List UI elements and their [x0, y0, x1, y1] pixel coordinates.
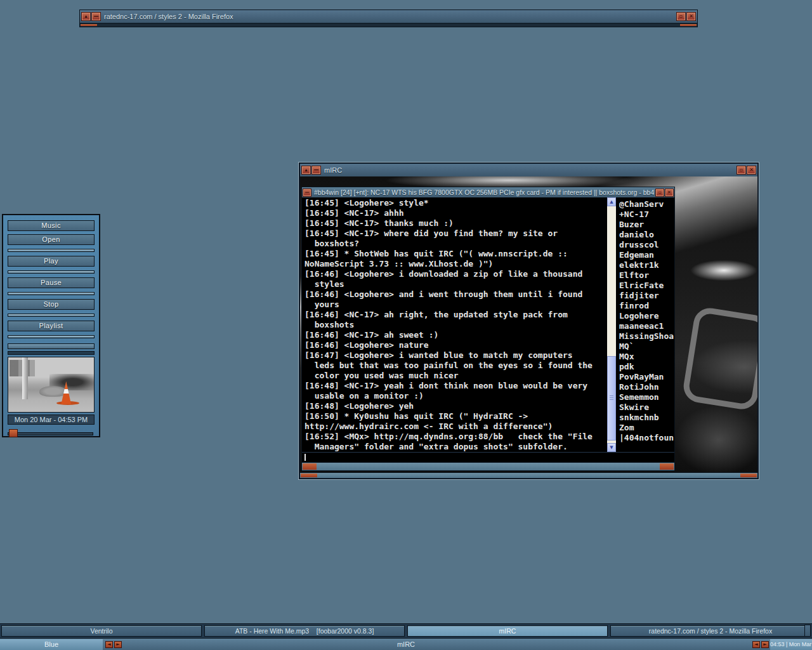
- resize-grip-right[interactable]: [680, 24, 697, 26]
- nick-item[interactable]: fidjiter: [619, 291, 674, 301]
- nick-item[interactable]: |404notfoun: [619, 433, 674, 443]
- nick-item[interactable]: Buzer: [619, 220, 674, 230]
- resize-grip-left[interactable]: [81, 24, 97, 26]
- scroll-up-button[interactable]: ▲: [607, 197, 616, 206]
- nick-item[interactable]: +NC-17: [619, 209, 674, 220]
- task-button[interactable]: ratednc-17.com / styles 2 - Mozilla Fire…: [610, 625, 811, 637]
- playlist-button[interactable]: Playlist: [8, 321, 95, 331]
- chat-line: [16:47] <Logohere> i wanted blue to matc…: [304, 350, 607, 361]
- photo-pole: [22, 357, 28, 399]
- chat-line: Managers" folder and "extra dopus shots"…: [304, 442, 607, 452]
- nick-item[interactable]: ElricFate: [619, 281, 674, 291]
- nick-item[interactable]: elektr1k: [619, 260, 674, 270]
- chat-line: [16:45] <NC-17> thanks much :): [304, 218, 607, 229]
- task-button-partial[interactable]: [804, 625, 811, 637]
- channel-title: #bb4win [24] [+nt]: NC-17 WTS his BFG 78…: [313, 189, 654, 196]
- nick-item[interactable]: maaneeac1: [619, 321, 674, 331]
- chat-line: [16:48] <NC-17> yeah i dont think neon b…: [304, 381, 607, 391]
- task-button[interactable]: ATB - Here With Me.mp3 [foobar2000 v0.8.…: [204, 625, 405, 637]
- nick-item[interactable]: drusscol: [619, 240, 674, 250]
- scroll-thumb[interactable]: [607, 356, 616, 441]
- close-button[interactable]: ✕: [665, 189, 673, 196]
- channel-bottom-bar[interactable]: [302, 462, 674, 470]
- hscroll-right-button[interactable]: [660, 463, 674, 470]
- nick-item[interactable]: finrod: [619, 301, 674, 311]
- nick-item[interactable]: PovRayMan: [619, 372, 674, 382]
- chat-line: [16:46] <NC-17> ah sweet :): [304, 330, 607, 340]
- open-button[interactable]: Open: [8, 234, 95, 245]
- nick-item[interactable]: Elftor: [619, 270, 674, 281]
- chat-line: usable on a monitor :): [304, 391, 607, 401]
- desktop: ▴ — ratednc-17.com / styles 2 - Mozilla …: [0, 0, 812, 650]
- nick-item[interactable]: danielo: [619, 230, 674, 240]
- chat-line: NoNameScript 3.73 :: www.XLhost.de )"): [304, 259, 607, 269]
- seek-bar[interactable]: [8, 343, 95, 349]
- nick-item[interactable]: pdk: [619, 362, 674, 372]
- nick-item[interactable]: MissingShoa: [619, 331, 674, 342]
- nick-list[interactable]: @ChanServ+NC-17BuzerdanielodrusscolEdgem…: [616, 197, 674, 452]
- window-bottom-border[interactable]: [79, 23, 698, 27]
- volume-bar[interactable]: [8, 351, 95, 355]
- mirc-bottom-bar[interactable]: [300, 472, 757, 478]
- nick-item[interactable]: Skwire: [619, 402, 674, 413]
- nick-item[interactable]: @ChanServ: [619, 199, 674, 209]
- text-cursor: [304, 454, 306, 461]
- channel-titlebar[interactable]: — #bb4win [24] [+nt]: NC-17 WTS his BFG …: [302, 187, 674, 197]
- resize-grip-right[interactable]: [740, 474, 757, 477]
- shade-button[interactable]: ▴: [302, 166, 310, 174]
- mirc-titlebar[interactable]: ▴ — mIRC ▫ ✕: [300, 164, 757, 176]
- task-button[interactable]: mIRC: [407, 625, 608, 637]
- chat-line: [16:46] <Logohere> nature: [304, 340, 607, 350]
- nick-item[interactable]: Edgeman: [619, 250, 674, 260]
- chat-line: leds but that was too painful on the eye…: [304, 361, 607, 371]
- datetime-display: Mon 20 Mar - 04:53 PM: [8, 415, 95, 425]
- window-title: mIRC: [322, 166, 735, 174]
- channel-window: — #bb4win [24] [+nt]: NC-17 WTS his BFG …: [301, 187, 675, 471]
- nick-item[interactable]: MQ`: [619, 342, 674, 352]
- clock-display: 04:53 | Mon Mar 20: [770, 639, 812, 650]
- separator: [8, 292, 95, 295]
- maximize-button[interactable]: ▫: [677, 13, 685, 20]
- bottom-toolbar: mIRC Blue ◄ ► ◄ ► 04:53 | Mon Mar 20: [0, 638, 812, 650]
- resize-grip-left[interactable]: [301, 474, 317, 477]
- chat-line: color you used was much nicer: [304, 371, 607, 381]
- position-slider[interactable]: [8, 429, 95, 437]
- chat-log[interactable]: [16:45] <Logohere> style*[16:45] <NC-17>…: [302, 197, 607, 452]
- chat-line: [16:46] <NC-17> ah right, the updated st…: [304, 310, 607, 320]
- task-button[interactable]: Ventrilo: [1, 625, 202, 637]
- hscroll-left-button[interactable]: [303, 463, 317, 470]
- media-player-panel: Music Open Play Pause Stop Playlist Mon …: [2, 214, 100, 437]
- close-button[interactable]: ✕: [747, 166, 756, 174]
- stop-button[interactable]: Stop: [8, 299, 95, 310]
- maximize-button[interactable]: ▫: [656, 189, 664, 196]
- slider-handle[interactable]: [9, 429, 18, 437]
- message-input[interactable]: [302, 452, 674, 462]
- nick-item[interactable]: Logohere: [619, 311, 674, 321]
- minimize-button[interactable]: —: [303, 189, 311, 196]
- firefox-titlebar[interactable]: ▴ — ratednc-17.com / styles 2 - Mozilla …: [79, 10, 698, 23]
- nick-item[interactable]: RotiJohn: [619, 382, 674, 392]
- nick-item[interactable]: Zom: [619, 423, 674, 433]
- maximize-button[interactable]: ▫: [737, 166, 745, 174]
- chat-line: boxshots?: [304, 239, 607, 249]
- task-prev-button[interactable]: ◄: [752, 641, 760, 648]
- close-button[interactable]: ✕: [687, 13, 695, 20]
- minimize-button[interactable]: —: [312, 166, 320, 174]
- slider-track[interactable]: [8, 432, 93, 435]
- pause-button[interactable]: Pause: [8, 277, 95, 288]
- nick-item[interactable]: Sememmon: [619, 392, 674, 402]
- chat-line: boxshots: [304, 320, 607, 330]
- play-button[interactable]: Play: [8, 256, 95, 267]
- nick-item[interactable]: snkmchnb: [619, 413, 674, 423]
- workspace-next-button[interactable]: ►: [114, 641, 122, 648]
- nick-item[interactable]: MQx: [619, 352, 674, 362]
- toolbar-window-label: mIRC: [0, 639, 812, 650]
- shade-button[interactable]: ▴: [82, 13, 90, 20]
- minimize-button[interactable]: —: [92, 13, 100, 20]
- task-next-button[interactable]: ►: [761, 641, 769, 648]
- firefox-window: ▴ — ratednc-17.com / styles 2 - Mozilla …: [79, 10, 698, 27]
- scroll-down-button[interactable]: ▼: [607, 443, 616, 452]
- workspace-prev-button[interactable]: ◄: [105, 641, 113, 648]
- chat-scrollbar[interactable]: ▲ ▼: [607, 197, 616, 452]
- chat-line: [16:45] * ShotWeb has quit IRC ("( www.n…: [304, 249, 607, 259]
